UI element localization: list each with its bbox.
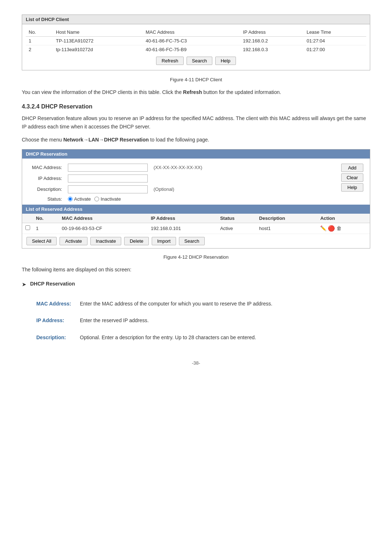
col-lease: Lease Time [304,28,366,37]
desc-item-text: Enter the MAC address of the computer fo… [80,295,370,312]
cell-mac-res: 00-19-66-83-53-CF [59,223,148,234]
dhcp-reservation-panel-title: DHCP Reservation [22,149,370,159]
cell-mac: 40-61-86-FC-75-C3 [143,37,240,45]
ip-input[interactable] [68,175,148,182]
desc-item-text: Optional. Enter a description for the en… [80,329,370,346]
list-item: 1 00-19-66-83-53-CF 192.168.0.101 Active… [22,223,370,234]
desc-item-text: Enter the reserved IP address. [80,312,370,329]
body-text-2: DHCP Reservation feature allows you to r… [22,114,370,131]
desc-item-row: IP Address: Enter the reserved IP addres… [22,312,370,329]
dhcp-reservation-panel: DHCP Reservation MAC Address: (XX-XX-XX-… [22,149,370,249]
col-mac: MAC Address [143,28,240,37]
desc-item-label: MAC Address: [22,295,80,312]
stop-icon[interactable]: 🔴 [328,225,335,232]
table-row: 2 tp-113ea910272d 40-61-86-FC-75-B9 192.… [26,45,366,54]
col-ip-res: IP Address [148,214,217,223]
search-button-res[interactable]: Search [179,237,205,245]
form-action-buttons: Add Clear Help [340,164,364,192]
desc-items-table: MAC Address: Enter the MAC address of th… [22,295,370,346]
cell-status-res: Active [217,223,256,234]
cell-no: 2 [26,45,53,54]
inactivate-label: Inactivate [101,196,121,202]
activate-radio[interactable] [68,197,73,201]
desc-item-row: Description: Optional. Enter a descripti… [22,329,370,346]
import-button[interactable]: Import [152,237,176,245]
cell-mac: 40-61-86-FC-75-B9 [143,45,240,54]
help-button[interactable]: Help [341,183,363,192]
desc-section-heading: DHCP Reservation [30,281,75,287]
desc-item-label: Description: [22,329,80,346]
reserved-table: No. MAC Address IP Address Status Descri… [22,214,370,234]
cell-host: tp-113ea910272d [53,45,143,54]
section-arrow-item: ➤ DHCP Reservation [22,281,370,292]
desc-label: Description: [28,186,64,192]
dhcp-reservation-form: MAC Address: (XX-XX-XX-XX-XX-XX) IP Addr… [22,159,370,205]
status-label: Status: [28,196,64,202]
search-button-client[interactable]: Search [187,57,212,65]
cell-no: 1 [26,37,53,45]
row-checkbox-cell[interactable] [22,223,33,234]
following-text: The following items are displayed on thi… [22,266,370,274]
refresh-button[interactable]: Refresh [156,57,184,65]
cell-no-res: 1 [33,223,59,234]
cell-ip: 192.168.0.2 [240,37,303,45]
inactivate-radio-label[interactable]: Inactivate [94,196,121,202]
cell-desc-res: host1 [256,223,318,234]
figure-caption-2: Figure 4-12 DHCP Reservation [22,254,370,260]
inactivate-button[interactable]: Inactivate [90,237,122,245]
add-button[interactable]: Add [341,164,363,172]
col-checkbox [22,214,33,223]
mac-input[interactable] [68,164,148,172]
reserved-list-buttons: Select All Activate Inactivate Delete Im… [22,234,370,248]
clear-button[interactable]: Clear [341,173,363,182]
cell-lease: 01:27:00 [304,45,366,54]
dhcp-client-buttons: Refresh Search Help [26,54,366,66]
figure-caption-1: Figure 4-11 DHCP Client [22,77,370,82]
mac-hint: (XX-XX-XX-XX-XX-XX) [154,165,202,170]
cell-lease: 01:27:04 [304,37,366,45]
cell-ip: 192.168.0.3 [240,45,303,54]
edit-icon[interactable]: ✏️ [320,225,326,231]
delete-button[interactable]: Delete [124,237,149,245]
col-action-res: Action [317,214,370,223]
desc-hint: (Optional) [154,186,174,192]
cell-host: TP-113EA910272 [53,37,143,45]
col-no-res: No. [33,214,59,223]
activate-label: Activate [74,196,91,202]
action-icons: ✏️ 🔴 🗑 [320,225,367,232]
arrow-icon: ➤ [22,281,26,288]
activate-radio-label[interactable]: Activate [68,196,91,202]
row-checkbox[interactable] [25,225,30,230]
status-row: Status: Activate Inactivate [28,196,364,202]
col-status-res: Status [217,214,256,223]
col-host: Host Name [53,28,143,37]
page-number: -38- [22,360,370,366]
cell-action-res: ✏️ 🔴 🗑 [317,223,370,234]
trash-icon[interactable]: 🗑 [336,225,342,231]
desc-section: ➤ DHCP Reservation MAC Address: Enter th… [22,281,370,346]
body-text-1: You can view the information of the DHCP… [22,88,370,96]
ip-address-row: IP Address: [28,175,364,182]
mac-label: MAC Address: [28,165,64,170]
ip-label: IP Address: [28,176,64,181]
help-button-client[interactable]: Help [215,57,236,65]
desc-input[interactable] [68,185,148,193]
table-row: 1 TP-113EA910272 40-61-86-FC-75-C3 192.1… [26,37,366,45]
dhcp-client-table: No. Host Name MAC Address IP Address Lea… [26,28,366,54]
col-desc-res: Description [256,214,318,223]
activate-button[interactable]: Activate [60,237,87,245]
desc-item-row: MAC Address: Enter the MAC address of th… [22,295,370,312]
cell-ip-res: 192.168.0.101 [148,223,217,234]
dhcp-client-panel-title: List of DHCP Client [22,15,370,24]
inactivate-radio[interactable] [94,197,99,201]
dhcp-client-panel: List of DHCP Client No. Host Name MAC Ad… [22,15,370,70]
description-row: Description: (Optional) [28,185,364,193]
select-all-button[interactable]: Select All [26,237,57,245]
col-no: No. [26,28,53,37]
section-heading: 4.3.2.4 DHCP Reservation [22,103,370,110]
menu-path: Choose the menu Network→LAN→DHCP Reserva… [22,136,370,144]
mac-address-row: MAC Address: (XX-XX-XX-XX-XX-XX) [28,164,364,172]
desc-item-label: IP Address: [22,312,80,329]
reserved-list-header: List of Reserved Address [22,205,370,214]
col-ip: IP Address [240,28,303,37]
